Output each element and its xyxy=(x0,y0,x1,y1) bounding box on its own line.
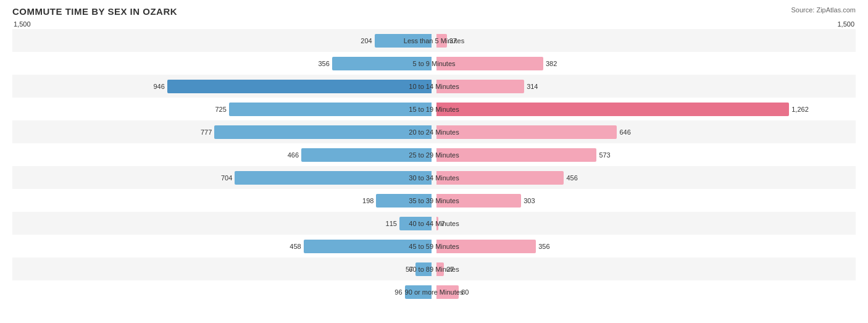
chart-row: 57 60 to 89 Minutes 27 xyxy=(12,258,856,280)
left-section: 777 xyxy=(12,120,434,143)
right-section: 27 xyxy=(434,258,856,280)
bar-female: 1,262 xyxy=(436,103,789,116)
bar-male: 356 xyxy=(332,57,432,70)
right-section: 382 xyxy=(434,52,856,75)
male-value: 356 xyxy=(319,60,332,67)
female-value: 356 xyxy=(536,243,549,250)
bar-male: 115 xyxy=(399,217,432,230)
male-value: 466 xyxy=(288,151,301,159)
chart-row: 204 Less than 5 Minutes 37 xyxy=(12,29,856,52)
left-section: 946 xyxy=(12,75,434,98)
bar-male: 704 xyxy=(235,171,432,185)
male-value: 204 xyxy=(361,37,374,44)
female-value: 646 xyxy=(617,128,630,136)
axis-left-label: 1,500 xyxy=(14,20,31,28)
left-section: 458 xyxy=(12,235,434,258)
bar-male: 777 xyxy=(214,125,432,139)
chart-row: 466 25 to 29 Minutes 573 xyxy=(12,143,856,166)
left-section: 96 xyxy=(12,280,434,303)
bar-female: 646 xyxy=(436,125,617,139)
left-section: 57 xyxy=(12,258,434,280)
left-section: 725 xyxy=(12,98,434,120)
bar-female: 356 xyxy=(436,240,536,253)
bar-female: 80 xyxy=(436,285,459,299)
right-section: 80 xyxy=(434,280,856,303)
bar-male: 725 xyxy=(229,103,432,116)
male-value: 96 xyxy=(394,288,404,296)
chart-row: 96 90 or more Minutes 80 xyxy=(12,280,856,303)
female-value: 456 xyxy=(564,174,577,182)
bar-female: 37 xyxy=(436,34,447,48)
left-section: 115 xyxy=(12,212,434,235)
right-section: 1,262 xyxy=(434,98,856,120)
female-value: 1,262 xyxy=(789,106,809,113)
female-value: 27 xyxy=(444,266,454,273)
left-section: 704 xyxy=(12,166,434,189)
female-value: 382 xyxy=(543,60,557,67)
right-section: 7 xyxy=(434,212,856,235)
chart-row: 458 45 to 59 Minutes 356 xyxy=(12,235,856,258)
bar-female: 573 xyxy=(436,148,596,162)
male-value: 704 xyxy=(221,174,235,182)
chart-row: 946 10 to 14 Minutes 314 xyxy=(12,75,856,98)
left-section: 204 xyxy=(12,29,434,52)
axis-labels: 1,500 1,500 xyxy=(12,20,856,28)
bar-female: 382 xyxy=(436,57,543,70)
chart-area: 204 Less than 5 Minutes 37 356 5 to 9 Mi… xyxy=(12,29,856,287)
bar-female: 456 xyxy=(436,171,564,185)
bar-female: 7 xyxy=(436,217,438,230)
bar-female: 314 xyxy=(436,80,524,93)
right-section: 356 xyxy=(434,235,856,258)
bar-female: 27 xyxy=(436,262,444,276)
left-section: 356 xyxy=(12,52,434,75)
male-value: 115 xyxy=(386,220,399,227)
right-section: 456 xyxy=(434,166,856,189)
male-value: 458 xyxy=(290,243,303,250)
chart-container: COMMUTE TIME BY SEX IN OZARK Source: Zip… xyxy=(0,0,868,323)
bar-male: 466 xyxy=(301,148,432,162)
female-value: 303 xyxy=(521,197,535,204)
bar-male: 96 xyxy=(405,285,432,299)
chart-row: 777 20 to 24 Minutes 646 xyxy=(12,120,856,143)
male-value: 57 xyxy=(406,266,415,273)
left-section: 466 xyxy=(12,143,434,166)
axis-right-label: 1,500 xyxy=(837,20,854,28)
female-value: 7 xyxy=(438,220,444,227)
chart-row: 704 30 to 34 Minutes 456 xyxy=(12,166,856,189)
right-section: 303 xyxy=(434,189,856,212)
bar-male: 204 xyxy=(375,34,432,48)
right-section: 37 xyxy=(434,29,856,52)
right-section: 646 xyxy=(434,120,856,143)
left-section: 198 xyxy=(12,189,434,212)
bar-male: 57 xyxy=(415,262,432,276)
bar-male: 946 xyxy=(167,80,432,93)
female-value: 573 xyxy=(596,151,610,159)
right-section: 573 xyxy=(434,143,856,166)
female-value: 314 xyxy=(524,83,538,90)
right-section: 314 xyxy=(434,75,856,98)
male-value: 777 xyxy=(201,128,214,136)
chart-row: 356 5 to 9 Minutes 382 xyxy=(12,52,856,75)
chart-row: 198 35 to 39 Minutes 303 xyxy=(12,189,856,212)
female-value: 37 xyxy=(447,37,457,44)
source-label: Source: ZipAtlas.com xyxy=(791,6,856,14)
bar-male: 458 xyxy=(304,240,432,253)
male-value: 198 xyxy=(362,197,376,204)
male-value: 946 xyxy=(153,83,167,90)
bar-male: 198 xyxy=(376,194,432,208)
female-value: 80 xyxy=(459,288,469,296)
male-value: 725 xyxy=(215,106,228,113)
chart-row: 115 40 to 44 Minutes 7 xyxy=(12,212,856,235)
bar-female: 303 xyxy=(436,194,521,208)
chart-title: COMMUTE TIME BY SEX IN OZARK xyxy=(12,6,856,17)
chart-row: 725 15 to 19 Minutes 1,262 xyxy=(12,98,856,120)
